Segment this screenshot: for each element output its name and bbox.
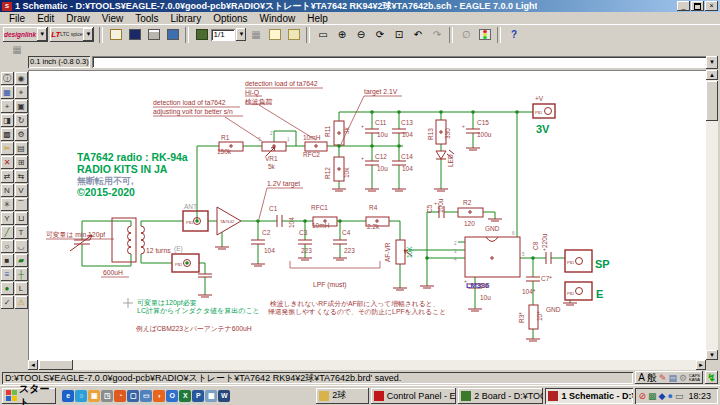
grid-icon[interactable]: ▦	[247, 27, 264, 43]
save-icon[interactable]	[126, 27, 143, 43]
zoom-in-icon[interactable]: ⊕	[333, 27, 350, 43]
menu-help[interactable]: Help	[301, 13, 334, 24]
label-icon[interactable]: L	[15, 282, 28, 295]
designlink-combo[interactable]: designlink ▼	[3, 27, 48, 42]
task-schematic[interactable]: 1 Schematic - D:¥..	[545, 388, 632, 404]
menu-tools[interactable]: Tools	[129, 13, 164, 24]
ime-tools-icon[interactable]: ⚙	[679, 373, 687, 383]
scroll-right-icon[interactable]: ►	[696, 360, 706, 370]
info-icon[interactable]: ⓘ	[1, 72, 14, 85]
circle-icon[interactable]: ○	[1, 240, 14, 253]
chevron-down-icon[interactable]: ▼	[83, 28, 93, 41]
menu-view[interactable]: View	[96, 13, 130, 24]
photos-icon[interactable]: ▣	[88, 390, 100, 402]
move-icon[interactable]: +	[1, 100, 14, 113]
junction-icon[interactable]: ●	[1, 282, 14, 295]
net-icon[interactable]: ┼	[15, 268, 28, 281]
print-icon[interactable]	[145, 27, 162, 43]
close-button[interactable]: ×	[705, 1, 718, 11]
gateswap-icon[interactable]: ⇆	[15, 170, 28, 183]
errors-icon[interactable]: ⚠	[15, 296, 28, 309]
delete-icon[interactable]: ✕	[1, 156, 14, 169]
rect-icon[interactable]: ■	[1, 254, 14, 267]
ime-mode-alpha[interactable]: A	[638, 372, 645, 383]
messenger-icon[interactable]: ●	[668, 391, 673, 401]
value-icon[interactable]: V	[15, 184, 28, 197]
smash-icon[interactable]: ✳	[1, 198, 14, 211]
start-button[interactable]: スタート	[2, 388, 56, 404]
mute-icon[interactable]: ⊘	[639, 391, 647, 401]
word-icon[interactable]: W	[218, 390, 230, 402]
command-history-dropdown[interactable]: ▼	[706, 56, 718, 69]
minimize-button[interactable]: _	[677, 1, 690, 11]
group-icon[interactable]: ▩	[1, 128, 14, 141]
scroll-down-icon[interactable]: ▼	[706, 350, 718, 360]
stop-icon[interactable]: ∅	[457, 27, 474, 43]
menu-options[interactable]: Options	[207, 13, 253, 24]
miter-icon[interactable]: ⌒	[15, 198, 28, 211]
polygon-icon[interactable]: ▰	[15, 254, 28, 267]
help-icon[interactable]: ?	[505, 27, 522, 43]
excel-icon[interactable]: X	[179, 390, 191, 402]
ime-bolt-icon[interactable]: ↯	[705, 371, 718, 384]
split-icon[interactable]: Y	[1, 212, 14, 225]
menu-file[interactable]: File	[3, 13, 31, 24]
zoom-level-select[interactable]: 1/1▼	[211, 28, 246, 42]
zoom-fit-icon[interactable]: ▭	[314, 27, 331, 43]
folder-window-button[interactable]: 2球	[316, 388, 369, 404]
rotate-icon[interactable]: ↻	[15, 114, 28, 127]
chevron-down-icon[interactable]: ▼	[236, 28, 246, 41]
ime-pad-icon[interactable]: ▤	[669, 373, 678, 383]
add-icon[interactable]: ⊞	[15, 156, 28, 169]
mirror-icon[interactable]: ◨	[1, 114, 14, 127]
open-icon[interactable]	[107, 27, 124, 43]
sheets-icon[interactable]: ▦	[8, 44, 26, 55]
invoke-icon[interactable]: ⊔	[15, 212, 28, 225]
arc-icon[interactable]: ◡	[15, 240, 28, 253]
change-icon[interactable]: ⚙	[15, 128, 28, 141]
menu-library[interactable]: Library	[165, 13, 208, 24]
horizontal-scrollbar[interactable]: ◄ ►	[28, 360, 706, 370]
copy-icon[interactable]: ▣	[15, 100, 28, 113]
undo-icon[interactable]: ↶	[409, 27, 426, 43]
security-icon[interactable]: ◆	[659, 391, 666, 401]
library-icon[interactable]	[285, 27, 302, 43]
graphics-icon[interactable]: ▩	[648, 391, 657, 401]
hscroll-thumb[interactable]	[39, 360, 73, 370]
chevron-down-icon[interactable]: ▼	[37, 28, 47, 41]
show-icon[interactable]: ◉	[15, 72, 28, 85]
display-icon[interactable]: ▦	[1, 86, 14, 99]
zoom-redraw-icon[interactable]: ⟳	[371, 27, 388, 43]
powerpoint-icon[interactable]: P	[192, 390, 204, 402]
schematic-canvas[interactable]: detection load of ta7642adjusting volt f…	[28, 70, 706, 360]
pinswap-icon[interactable]: ⇄	[1, 170, 14, 183]
display-tray-icon[interactable]: ▭	[675, 391, 684, 401]
go-icon[interactable]	[476, 27, 493, 43]
ime-pen-icon[interactable]: ✎	[659, 373, 667, 383]
vscroll-thumb[interactable]	[706, 81, 718, 121]
text-icon[interactable]: T	[15, 226, 28, 239]
ime-caps-kana[interactable]: CAPSKANA	[689, 374, 700, 382]
ime-toolbar[interactable]: A 般 ✎ ▤ ⚙ CAPSKANA	[635, 371, 703, 384]
bus-icon[interactable]: ≡	[1, 268, 14, 281]
ie-icon[interactable]: e	[62, 390, 74, 402]
vertical-scrollbar[interactable]: ▲ ▼	[706, 70, 718, 360]
erc-icon[interactable]: ✓	[1, 296, 14, 309]
winamp-icon[interactable]: ◳	[101, 390, 113, 402]
name-icon[interactable]: N	[1, 184, 14, 197]
mark-icon[interactable]: ⌖	[15, 86, 28, 99]
browser-icon[interactable]: ◔	[114, 390, 126, 402]
console-icon[interactable]: ▢	[127, 390, 139, 402]
paste-icon[interactable]: ▤	[15, 142, 28, 155]
ime-mode-general[interactable]: 般	[647, 371, 657, 385]
task-control-panel[interactable]: Control Panel - EAGLE..	[371, 388, 456, 404]
wire-icon[interactable]: ╱	[1, 226, 14, 239]
paint-icon[interactable]: ▦	[205, 390, 217, 402]
scroll-up-icon[interactable]: ▲	[706, 70, 718, 80]
ltspice-combo[interactable]: LT LTC spice ▼	[50, 27, 94, 42]
msn-icon[interactable]: ○	[75, 390, 87, 402]
cam-icon[interactable]	[164, 27, 181, 43]
menu-draw[interactable]: Draw	[60, 13, 95, 24]
firefox-icon[interactable]: ◗	[153, 390, 165, 402]
opera-icon[interactable]: O	[166, 390, 178, 402]
